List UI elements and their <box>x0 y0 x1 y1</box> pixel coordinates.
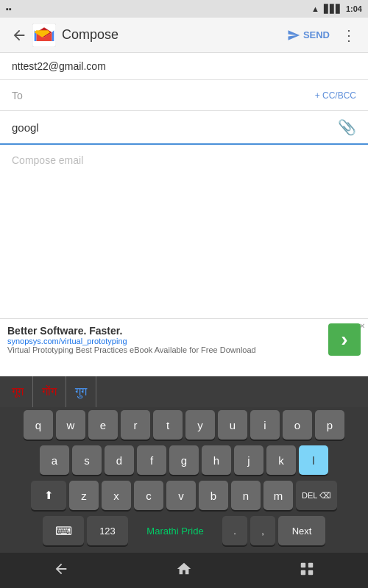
key-c[interactable]: c <box>134 481 163 510</box>
key-j[interactable]: j <box>234 445 263 475</box>
nav-bar <box>0 553 368 588</box>
key-y[interactable]: y <box>185 410 215 440</box>
keyboard-icon-key[interactable]: ⌨ <box>43 516 84 545</box>
svg-rect-1 <box>300 562 305 567</box>
ad-banner: Better Software. Faster. synopsys.com/vi… <box>0 318 368 360</box>
key-row-1: q w e r t y u i o p <box>0 407 368 442</box>
subject-field[interactable]: 📎 <box>0 111 368 145</box>
ad-title: Better Software. Faster. <box>7 325 322 337</box>
keyboard-body: q w e r t y u i o p a s d f g h j k l ⬆ … <box>0 407 368 553</box>
key-s[interactable]: s <box>72 445 102 475</box>
top-bar: Compose SEND ⋮ <box>0 18 368 53</box>
key-r[interactable]: r <box>121 410 150 440</box>
keyboard-wrapper: गूग गोंग गुग q w e r t y u i o p a s d f… <box>0 376 368 553</box>
ad-close-button[interactable]: ✕ <box>359 322 365 330</box>
send-button[interactable]: SEND <box>281 29 336 42</box>
nav-back-button[interactable] <box>47 555 75 587</box>
body-placeholder: Compose email <box>12 154 83 166</box>
suggestion-2[interactable]: गोंग <box>33 376 66 407</box>
wifi-icon: ▲ <box>311 4 319 13</box>
send-label: SEND <box>303 29 330 40</box>
ad-cta-button[interactable]: › <box>328 323 361 356</box>
key-i[interactable]: i <box>250 410 280 440</box>
shift-key[interactable]: ⬆ <box>31 481 66 510</box>
ad-content: Better Software. Faster. synopsys.com/vi… <box>7 325 322 354</box>
nav-home-button[interactable] <box>170 555 198 587</box>
key-o[interactable]: o <box>283 410 312 440</box>
marathi-label[interactable]: Marathi Pride <box>131 526 219 537</box>
from-address: nttest22@gmail.com <box>12 60 106 72</box>
gmail-icon <box>32 24 56 47</box>
to-field[interactable]: To + CC/BCC <box>0 80 368 111</box>
subject-input[interactable] <box>12 121 338 134</box>
time-display: 1:04 <box>346 4 362 13</box>
key-v[interactable]: v <box>166 481 196 510</box>
key-q[interactable]: q <box>24 410 53 440</box>
page-title: Compose <box>62 27 281 43</box>
svg-rect-4 <box>308 570 312 574</box>
key-row-3: ⬆ z x c v b n m DEL ⌫ <box>0 478 368 513</box>
key-d[interactable]: d <box>105 445 134 475</box>
next-key[interactable]: Next <box>278 516 325 545</box>
from-field: nttest22@gmail.com <box>0 53 368 80</box>
suggestion-1[interactable]: गूग <box>3 376 33 407</box>
key-f[interactable]: f <box>137 445 166 475</box>
sim-icon: ▪▪ <box>6 4 12 13</box>
suggestion-3[interactable]: गुग <box>66 376 96 407</box>
key-h[interactable]: h <box>202 445 231 475</box>
key-z[interactable]: z <box>69 481 99 510</box>
key-m[interactable]: m <box>263 481 293 510</box>
svg-rect-3 <box>300 570 305 574</box>
key-x[interactable]: x <box>102 481 131 510</box>
svg-rect-2 <box>308 562 312 567</box>
key-e[interactable]: e <box>88 410 118 440</box>
signal-icon: ▋▋▋ <box>324 4 342 14</box>
to-input[interactable] <box>29 90 315 101</box>
cc-bcc-button[interactable]: + CC/BCC <box>315 90 356 101</box>
comma-key[interactable]: , <box>250 516 275 545</box>
to-label: To <box>12 90 23 101</box>
key-a[interactable]: a <box>40 445 69 475</box>
body-field[interactable]: Compose email <box>0 145 368 182</box>
key-row-2: a s d f g h j k l <box>0 442 368 478</box>
key-n[interactable]: n <box>231 481 261 510</box>
compose-area: nttest22@gmail.com To + CC/BCC 📎 Compose… <box>0 53 368 182</box>
suggestions-bar: गूग गोंग गुग <box>0 376 368 407</box>
key-p[interactable]: p <box>315 410 344 440</box>
key-row-4: ⌨ 123 Marathi Pride . , Next <box>0 513 368 550</box>
nav-recent-button[interactable] <box>293 555 321 587</box>
key-l[interactable]: l <box>299 445 328 475</box>
back-button[interactable] <box>6 22 32 49</box>
ad-link[interactable]: synopsys.com/virtual_prototyping <box>7 337 322 345</box>
ad-cta-icon: › <box>341 328 347 351</box>
key-u[interactable]: u <box>218 410 247 440</box>
compose-spacer <box>0 182 368 284</box>
numbers-key[interactable]: 123 <box>87 516 128 545</box>
ad-description: Virtual Prototyping Best Practices eBook… <box>7 345 322 354</box>
key-t[interactable]: t <box>153 410 183 440</box>
period-key[interactable]: . <box>222 516 247 545</box>
key-b[interactable]: b <box>199 481 228 510</box>
key-w[interactable]: w <box>56 410 85 440</box>
more-button[interactable]: ⋮ <box>336 22 362 49</box>
attachment-icon[interactable]: 📎 <box>338 118 356 136</box>
status-bar: ▪▪ ▲ ▋▋▋ 1:04 <box>0 0 368 18</box>
key-g[interactable]: g <box>169 445 199 475</box>
delete-key[interactable]: DEL ⌫ <box>296 481 337 510</box>
key-k[interactable]: k <box>266 445 296 475</box>
